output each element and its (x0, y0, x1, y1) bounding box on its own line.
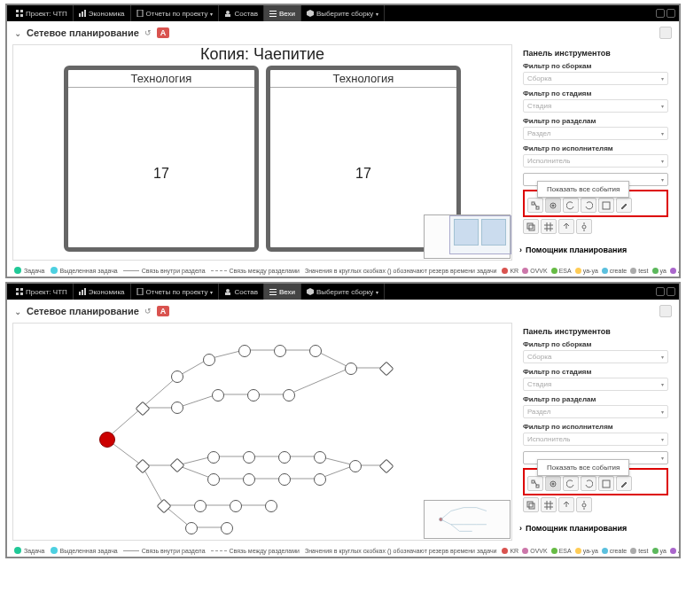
filter-assembly-select[interactable]: Сборка▾ (523, 350, 668, 363)
tool-edit-icon[interactable] (616, 476, 632, 491)
filter-assembly-select[interactable]: Сборка▾ (523, 72, 668, 85)
graph-node[interactable] (283, 389, 295, 402)
minimap[interactable] (424, 214, 511, 259)
tool-grid-icon[interactable] (541, 219, 557, 234)
filter-executor-label: Фильтр по исполнителям (523, 144, 668, 152)
tool-redo-icon[interactable] (581, 198, 596, 213)
graph-node[interactable] (278, 451, 291, 464)
nav-economics[interactable]: Экономика (74, 284, 131, 300)
nav-reports[interactable]: Отчеты по проекту▾ (131, 5, 220, 21)
nav-menu-icon[interactable] (667, 9, 675, 18)
user-dot-icon (575, 268, 581, 274)
tool-tree-icon[interactable] (527, 476, 543, 491)
nav-economics[interactable]: Экономика (74, 5, 131, 21)
nav-project[interactable]: Проект: ЧТП (11, 5, 74, 21)
nav-user-icon[interactable] (656, 287, 665, 296)
tool-undo-icon[interactable] (563, 476, 579, 491)
node-label: Технология (270, 70, 456, 88)
tool-edit-icon[interactable] (616, 198, 632, 213)
tool-copy-icon[interactable] (523, 497, 539, 512)
grid-icon (16, 288, 23, 295)
tool-export-icon[interactable] (558, 497, 574, 512)
filter-executor-label: Фильтр по исполнителям (523, 423, 668, 431)
tooltip-popup: Показать все события (537, 459, 629, 476)
diagram-node-left[interactable]: Технология 17 (64, 66, 259, 252)
filter-assembly-label: Фильтр по сборкам (523, 62, 668, 70)
nav-reports[interactable]: Отчеты по проекту▾ (131, 284, 220, 300)
tool-redo-icon[interactable] (581, 476, 596, 491)
svg-rect-33 (79, 292, 81, 295)
graph-node[interactable] (185, 522, 198, 534)
tool-grid-icon[interactable] (541, 497, 557, 512)
chevron-right-icon: › (519, 246, 522, 254)
tool-show-all[interactable] (545, 198, 561, 213)
nav-label: Проект: ЧТП (26, 10, 67, 18)
user-name: OVVK (530, 268, 547, 274)
graph-node[interactable] (171, 370, 183, 383)
nav-milestones[interactable]: Вехи (264, 284, 301, 300)
nav-members[interactable]: Состав (219, 5, 264, 21)
graph-node[interactable] (194, 500, 207, 512)
graph-node[interactable] (274, 345, 286, 357)
tool-fit-icon[interactable] (598, 476, 614, 491)
minimap[interactable] (424, 500, 511, 539)
graph-node[interactable] (203, 354, 215, 366)
nav-assembly[interactable]: Выберите сборку▾ (301, 5, 385, 21)
filter-section-select[interactable]: Раздел▾ (523, 405, 668, 418)
tool-fit-icon[interactable] (598, 198, 614, 213)
filter-executor-select[interactable]: Исполнитель▾ (523, 154, 668, 168)
graph-node[interactable] (238, 345, 251, 357)
graph-node[interactable] (221, 522, 233, 534)
collapse-toggle[interactable]: ⌄ (14, 28, 21, 38)
nav-project[interactable]: Проект: ЧТП (11, 284, 74, 300)
tool-settings-icon[interactable] (576, 497, 592, 512)
tool-export-icon[interactable] (558, 219, 574, 234)
graph-node-root[interactable] (99, 432, 115, 448)
graph-node[interactable] (265, 500, 277, 512)
extra-button[interactable] (659, 27, 672, 39)
graph-node[interactable] (207, 451, 220, 464)
filter-stage-select[interactable]: Стадия▾ (523, 378, 668, 391)
minimap-viewport[interactable] (449, 215, 511, 254)
graph-node[interactable] (345, 363, 357, 375)
nav-members[interactable]: Состав (219, 284, 264, 300)
tool-undo-icon[interactable] (563, 198, 579, 213)
tool-settings-icon[interactable] (576, 219, 592, 234)
graph-node[interactable] (247, 389, 260, 402)
graph-node[interactable] (309, 345, 322, 357)
tool-tree-icon[interactable] (527, 198, 543, 213)
graph-node[interactable] (207, 473, 220, 486)
collapse-toggle[interactable]: ⌄ (14, 307, 21, 316)
graph-node[interactable] (314, 451, 326, 464)
graph-node[interactable] (212, 389, 224, 402)
nav-menu-icon[interactable] (667, 287, 675, 296)
graph-node[interactable] (278, 473, 291, 486)
canvas-area[interactable] (12, 323, 512, 541)
nav-milestones[interactable]: Вехи (264, 5, 301, 21)
nav-user-icon[interactable] (656, 9, 665, 18)
graph-node[interactable] (349, 460, 362, 472)
filter-section-select[interactable]: Раздел▾ (523, 127, 668, 140)
refresh-icon[interactable]: ↺ (144, 307, 152, 316)
refresh-icon[interactable]: ↺ (144, 28, 152, 37)
filter-stage-select[interactable]: Стадия▾ (523, 99, 668, 113)
graph-node[interactable] (243, 473, 255, 486)
user-name: create (610, 268, 627, 274)
nav-assembly[interactable]: Выберите сборку▾ (301, 284, 385, 300)
graph-node[interactable] (243, 451, 255, 464)
canvas-area[interactable]: Копия: Чаепитие Технология 17 Технология… (12, 44, 512, 261)
planning-assistant-accordion[interactable]: › Помощник планирования (518, 242, 674, 258)
filter-executor-select[interactable]: Исполнитель▾ (523, 433, 668, 446)
tool-show-all[interactable] (545, 476, 561, 491)
tool-copy-icon[interactable] (523, 219, 539, 234)
graph-node[interactable] (314, 473, 326, 486)
badge-a[interactable]: A (157, 306, 170, 316)
graph-node[interactable] (230, 500, 242, 512)
cube-icon (307, 288, 314, 295)
extra-button[interactable] (659, 305, 672, 317)
badge-a[interactable]: A (157, 27, 170, 38)
planning-assistant-accordion[interactable]: › Помощник планирования (518, 520, 674, 536)
graph-node[interactable] (171, 402, 183, 414)
tools-panel: Панель инструментов Фильтр по сборкам Сб… (518, 44, 674, 238)
nav-label: Состав (234, 288, 258, 296)
